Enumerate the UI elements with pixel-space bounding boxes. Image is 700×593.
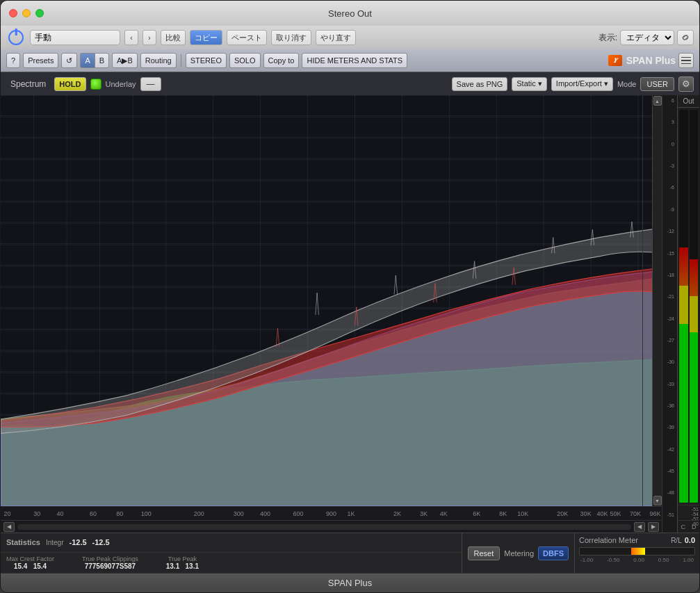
dbfs-button[interactable]: DBFS: [538, 546, 569, 560]
window-title: Stereo Out: [328, 8, 372, 19]
toolbar1-right: 表示: エディタ: [599, 30, 694, 45]
b-button[interactable]: B: [95, 53, 109, 68]
freq-40k: 40K: [596, 510, 608, 517]
static-dropdown[interactable]: Static ▾: [512, 77, 547, 91]
ab-group: A B: [80, 53, 109, 68]
statistics-left: Statistics Integr -12.5 -12.5 Max Crest …: [1, 533, 462, 573]
scroll-up-arrow[interactable]: ▲: [653, 96, 662, 106]
presets-button[interactable]: Presets: [23, 53, 58, 68]
reload-button[interactable]: ↺: [61, 53, 77, 68]
routing-button[interactable]: Routing: [140, 53, 177, 68]
freq-30: 30: [33, 510, 40, 517]
spectrum-tab[interactable]: Spectrum: [6, 78, 50, 90]
max-crest-label: Max Crest Factor: [6, 555, 54, 562]
toolbar1: 手動 ‹ › 比較 コピー ペースト 取り消す やり直す 表示: エディタ: [1, 26, 699, 49]
scroll-right-arrow-2[interactable]: ▶: [648, 522, 659, 532]
copy-to-button[interactable]: Copy to: [263, 53, 300, 68]
hamburger-line3: [681, 63, 691, 65]
minimize-button[interactable]: [22, 9, 31, 17]
power-icon: [8, 30, 24, 45]
c-label: C: [681, 523, 686, 530]
forward-button[interactable]: ›: [143, 30, 156, 45]
close-button[interactable]: [9, 9, 17, 17]
bottom-title-text: SPAN Plus: [328, 578, 372, 588]
dash-button[interactable]: —: [140, 77, 161, 91]
vu-m21: -21: [662, 294, 676, 299]
freq-1k: 1K: [348, 510, 355, 517]
maximize-button[interactable]: [35, 9, 44, 17]
vu-m45: -45: [662, 469, 676, 473]
redo-button[interactable]: やり直す: [316, 30, 356, 45]
freq-600: 600: [293, 510, 303, 517]
vu-m18: -18: [662, 273, 676, 277]
scroll-left-arrow[interactable]: ◀: [3, 522, 15, 532]
traffic-lights: [9, 9, 44, 17]
freq-8k: 8K: [499, 510, 507, 517]
freq-2k: 2K: [393, 510, 401, 517]
scroll-right-arrow-1[interactable]: ◀: [634, 522, 645, 532]
vu-scale: 6 3 0 -3 -6 -9 -12 -15 -18 -21 -24 -27 -…: [662, 95, 677, 533]
metering-label: Metering: [504, 549, 534, 558]
save-png-button[interactable]: Save as PNG: [452, 77, 508, 91]
left-meter-fill: [679, 247, 688, 503]
statistics-label: Statistics: [6, 538, 40, 546]
vu-m48: -48: [662, 490, 676, 495]
vu-m36: -36: [662, 403, 676, 408]
toolbar2: ? Presets ↺ A B A▶B Routing STEREO SOLO …: [1, 49, 699, 72]
stereo-button[interactable]: STEREO: [186, 53, 227, 68]
mode-dropdown[interactable]: 手動: [30, 30, 120, 45]
correlation-section: Correlation Meter R/L 0.0 -1.00 -0.50 0.…: [574, 533, 699, 573]
undo-button[interactable]: 取り消す: [271, 30, 311, 45]
scroll-bar-track[interactable]: [17, 524, 631, 530]
editor-dropdown[interactable]: エディタ: [620, 30, 674, 45]
corr-scale-05: 0.50: [658, 557, 669, 563]
import-export-dropdown[interactable]: Import/Export ▾: [551, 77, 613, 91]
solo-button[interactable]: SOLO: [229, 53, 261, 68]
power-button[interactable]: [6, 28, 26, 47]
cd-labels: C D: [678, 520, 699, 533]
hold-button[interactable]: HOLD: [54, 77, 86, 91]
hide-meters-button[interactable]: HIDE METERS AND STATS: [302, 53, 407, 68]
corr-value: 0.0: [685, 536, 695, 544]
freq-200: 200: [194, 510, 204, 517]
scroll-track[interactable]: [653, 106, 662, 495]
link-button[interactable]: [677, 30, 694, 45]
a-button[interactable]: A: [80, 53, 94, 68]
user-mode-button[interactable]: USER: [640, 77, 674, 91]
help-button[interactable]: ?: [6, 53, 20, 68]
true-peak-metric: True Peak 13.1 13.1: [166, 555, 199, 570]
bottom-title-bar: SPAN Plus: [1, 573, 699, 592]
back-button[interactable]: ‹: [124, 30, 138, 45]
scroll-down-arrow[interactable]: ▼: [653, 496, 662, 505]
compare-button[interactable]: 比較: [161, 30, 186, 45]
out-scale-m54: -54: [678, 512, 699, 517]
freq-96k: 96K: [649, 510, 660, 517]
gear-button[interactable]: ⚙: [678, 76, 694, 92]
copy-button[interactable]: コピー: [190, 30, 222, 45]
true-peak-clip-label: True Peak Clippings: [82, 555, 138, 562]
freq-4k: 4K: [440, 510, 448, 517]
db-scrollbar[interactable]: ▲ ▼: [652, 95, 662, 506]
out-label: Out: [678, 95, 699, 108]
correlation-bar-fill: [631, 548, 645, 555]
paste-button[interactable]: ペースト: [227, 30, 267, 45]
freq-50k: 50K: [610, 510, 621, 517]
vu-m3: -3: [662, 163, 676, 168]
freq-labels: 20 30 40 60 80 100 200 300 400 600 900 1…: [1, 506, 662, 520]
max-crest-metric: Max Crest Factor 15.4 15.4: [6, 555, 54, 570]
spectrum-svg: [1, 95, 662, 506]
right-output-panel: Out -51 -54 -57 -60 C D: [677, 95, 699, 533]
active-led[interactable]: [90, 79, 101, 90]
spectrum-header-right: Save as PNG Static ▾ Import/Export ▾ Mod…: [452, 76, 694, 92]
out-scale-m51: -51: [678, 507, 699, 512]
corr-scale-1: 1.00: [683, 557, 694, 563]
freq-3k: 3K: [420, 510, 428, 517]
integr-val2: -12.5: [92, 538, 110, 546]
vu-m12: -12: [662, 229, 676, 234]
span-title: SPAN Plus: [626, 55, 676, 66]
statistics-right: Reset Metering DBFS: [462, 533, 575, 573]
vu-m33: -33: [662, 382, 676, 387]
hamburger-menu-button[interactable]: [678, 53, 694, 68]
ab-copy-button[interactable]: A▶B: [112, 53, 138, 68]
reset-button[interactable]: Reset: [468, 546, 500, 560]
